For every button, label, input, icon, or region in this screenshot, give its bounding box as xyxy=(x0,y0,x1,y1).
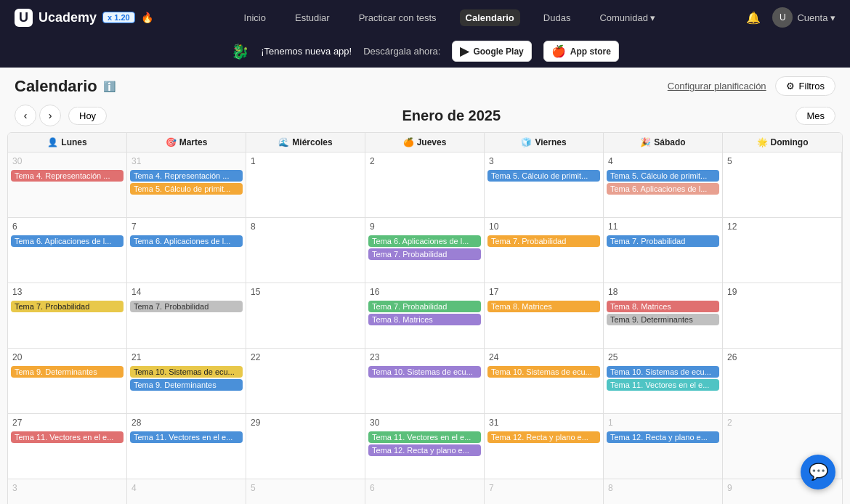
event-pill[interactable]: Tema 5. Cálculo de primit... xyxy=(130,183,243,195)
event-pill[interactable]: Tema 7. Probabilidad xyxy=(368,248,481,260)
day-cell[interactable]: 16Tema 7. ProbabilidadTema 8. Matrices xyxy=(365,283,485,349)
day-cell[interactable]: 12 xyxy=(723,218,842,283)
day-cell[interactable]: 7 xyxy=(485,479,604,504)
event-pill[interactable]: Tema 9. Determinantes xyxy=(11,366,124,378)
day-cell[interactable]: 21Tema 10. Sistemas de ecu...Tema 9. Det… xyxy=(127,349,246,414)
view-selector[interactable]: Mes xyxy=(796,107,835,125)
event-pill[interactable]: Tema 8. Matrices xyxy=(487,301,600,312)
day-cell[interactable]: 31Tema 4. Representación ...Tema 5. Cálc… xyxy=(127,153,246,218)
event-pill[interactable]: Tema 7. Probabilidad xyxy=(130,301,243,312)
event-pill[interactable]: Tema 10. Sistemas de ecu... xyxy=(130,366,243,378)
day-cell[interactable]: 23Tema 10. Sistemas de ecu... xyxy=(365,349,485,414)
apple-icon: 🍎 xyxy=(551,44,566,58)
day-number: 7 xyxy=(487,482,600,494)
day-cell[interactable]: 30Tema 4. Representación ... xyxy=(8,153,127,218)
event-pill[interactable]: Tema 8. Matrices xyxy=(607,301,719,312)
day-cell[interactable]: 29 xyxy=(246,414,365,479)
day-cell[interactable]: 4 xyxy=(127,479,246,504)
event-pill[interactable]: Tema 11. Vectores en el e... xyxy=(130,431,243,443)
bell-icon[interactable]: 🔔 xyxy=(746,11,761,25)
app-store-button[interactable]: 🍎 App store xyxy=(543,41,619,62)
day-cell[interactable]: 3 xyxy=(8,479,127,504)
event-pill[interactable]: Tema 12. Recta y plano e... xyxy=(487,431,600,443)
event-pill[interactable]: Tema 12. Recta y plano e... xyxy=(368,444,481,456)
day-cell[interactable]: 3Tema 5. Cálculo de primit... xyxy=(485,153,604,218)
next-month-button[interactable]: › xyxy=(39,105,61,126)
info-icon[interactable]: ℹ️ xyxy=(103,81,116,92)
day-cell[interactable]: 15 xyxy=(246,283,365,349)
day-cell[interactable]: 6Tema 6. Aplicaciones de l... xyxy=(8,218,127,283)
day-number: 29 xyxy=(249,417,362,428)
day-cell[interactable]: 2 xyxy=(365,153,485,218)
day-cell[interactable]: 8 xyxy=(246,218,365,283)
event-pill[interactable]: Tema 7. Probabilidad xyxy=(607,235,719,247)
day-number: 7 xyxy=(130,221,243,232)
event-pill[interactable]: Tema 11. Vectores en el e... xyxy=(607,379,719,391)
event-pill[interactable]: Tema 9. Determinantes xyxy=(607,314,719,325)
event-pill[interactable]: Tema 9. Determinantes xyxy=(130,379,243,391)
event-pill[interactable]: Tema 7. Probabilidad xyxy=(368,301,481,312)
day-cell[interactable]: 31Tema 12. Recta y plano e... xyxy=(485,414,604,479)
day-cell[interactable]: 11Tema 7. Probabilidad xyxy=(604,218,723,283)
event-pill[interactable]: Tema 11. Vectores en el e... xyxy=(11,431,124,443)
filtros-button[interactable]: ⚙ Filtros xyxy=(775,76,835,96)
event-pill[interactable]: Tema 10. Sistemas de ecu... xyxy=(368,366,481,378)
day-cell[interactable]: 20Tema 9. Determinantes xyxy=(8,349,127,414)
cuenta-button[interactable]: U Cuenta ▾ xyxy=(772,7,835,28)
nav-practicar[interactable]: Practicar con tests xyxy=(353,9,442,26)
google-play-button[interactable]: ▶ Google Play xyxy=(452,41,531,62)
day-headers-row: 👤Lunes🎯Martes🌊Miércoles🍊Jueves🧊Viernes🎉S… xyxy=(8,133,842,153)
version-badge[interactable]: x 1.20 xyxy=(102,12,135,23)
event-pill[interactable]: Tema 6. Aplicaciones de l... xyxy=(11,235,124,247)
event-pill[interactable]: Tema 6. Aplicaciones de l... xyxy=(368,235,481,247)
event-pill[interactable]: Tema 4. Representación ... xyxy=(11,170,124,182)
day-cell[interactable]: 27Tema 11. Vectores en el e... xyxy=(8,414,127,479)
hoy-button[interactable]: Hoy xyxy=(68,107,107,125)
event-pill[interactable]: Tema 7. Probabilidad xyxy=(487,235,600,247)
nav-estudiar[interactable]: Estudiar xyxy=(289,9,336,26)
day-cell[interactable]: 5 xyxy=(723,153,842,218)
day-cell[interactable]: 25Tema 10. Sistemas de ecu...Tema 11. Ve… xyxy=(604,349,723,414)
prev-month-button[interactable]: ‹ xyxy=(15,105,36,126)
logo-u: U xyxy=(15,9,33,27)
event-pill[interactable]: Tema 11. Vectores en el e... xyxy=(368,431,481,443)
day-cell[interactable]: 7Tema 6. Aplicaciones de l... xyxy=(127,218,246,283)
event-pill[interactable]: Tema 8. Matrices xyxy=(368,314,481,325)
nav-arrows: ‹ › Hoy xyxy=(15,105,107,126)
nav-comunidad[interactable]: Comunidad ▾ xyxy=(594,9,661,26)
day-cell[interactable]: 26 xyxy=(723,349,842,414)
day-cell[interactable]: 18Tema 8. MatricesTema 9. Determinantes xyxy=(604,283,723,349)
event-pill[interactable]: Tema 5. Cálculo de primit... xyxy=(607,170,719,182)
day-cell[interactable]: 8 xyxy=(604,479,723,504)
event-pill[interactable]: Tema 6. Aplicaciones de l... xyxy=(130,235,243,247)
event-pill[interactable]: Tema 5. Cálculo de primit... xyxy=(487,170,600,182)
day-cell[interactable]: 1 xyxy=(246,153,365,218)
nav-calendario[interactable]: Calendario xyxy=(460,9,520,26)
day-cell[interactable]: 1Tema 12. Recta y plano e... xyxy=(604,414,723,479)
day-cell[interactable]: 9Tema 6. Aplicaciones de l...Tema 7. Pro… xyxy=(365,218,485,283)
nav-dudas[interactable]: Dudas xyxy=(538,9,577,26)
event-pill[interactable]: Tema 6. Aplicaciones de l... xyxy=(607,183,719,195)
day-cell[interactable]: 14Tema 7. Probabilidad xyxy=(127,283,246,349)
event-pill[interactable]: Tema 12. Recta y plano e... xyxy=(607,431,719,443)
day-cell[interactable]: 28Tema 11. Vectores en el e... xyxy=(127,414,246,479)
day-cell[interactable]: 17Tema 8. Matrices xyxy=(485,283,604,349)
chat-button[interactable]: 💬 xyxy=(801,455,835,489)
day-number: 16 xyxy=(368,286,481,298)
event-pill[interactable]: Tema 7. Probabilidad xyxy=(11,301,124,312)
day-cell[interactable]: 4Tema 5. Cálculo de primit...Tema 6. Apl… xyxy=(604,153,723,218)
day-cell[interactable]: 6 xyxy=(365,479,485,504)
day-cell[interactable]: 22 xyxy=(246,349,365,414)
day-cell[interactable]: 24Tema 10. Sistemas de ecu... xyxy=(485,349,604,414)
day-cell[interactable]: 19 xyxy=(723,283,842,349)
day-cell[interactable]: 10Tema 7. Probabilidad xyxy=(485,218,604,283)
event-pill[interactable]: Tema 10. Sistemas de ecu... xyxy=(487,366,600,378)
config-link[interactable]: Configurar planificación xyxy=(668,81,766,92)
day-cell[interactable]: 5 xyxy=(246,479,365,504)
day-cell[interactable]: 13Tema 7. Probabilidad xyxy=(8,283,127,349)
day-cell[interactable]: 30Tema 11. Vectores en el e...Tema 12. R… xyxy=(365,414,485,479)
event-pill[interactable]: Tema 4. Representación ... xyxy=(130,170,243,182)
calendar-header-right: Configurar planificación ⚙ Filtros xyxy=(668,76,835,96)
event-pill[interactable]: Tema 10. Sistemas de ecu... xyxy=(607,366,719,378)
nav-inicio[interactable]: Inicio xyxy=(238,9,272,26)
